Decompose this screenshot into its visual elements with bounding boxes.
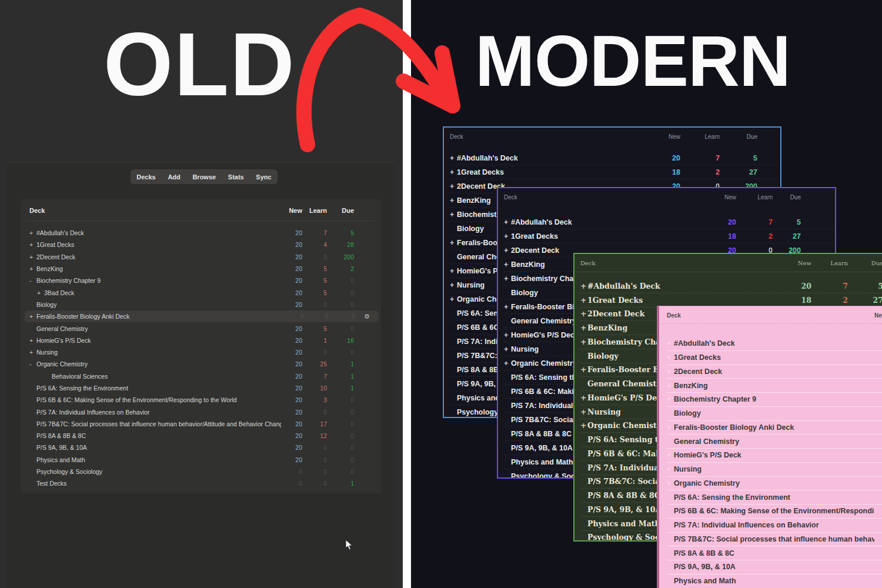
- gear-icon[interactable]: ⚙: [355, 313, 379, 320]
- expand-toggle-icon[interactable]: +: [450, 211, 457, 219]
- deck-row[interactable]: P/S 9A, 9B, & 10A: [667, 560, 882, 574]
- expand-toggle-icon[interactable]: +: [450, 168, 457, 176]
- expand-toggle-icon[interactable]: +: [580, 365, 587, 374]
- deck-row[interactable]: +BenzKing2052: [29, 263, 377, 275]
- deck-row[interactable]: +#Abdullah's Deck2075: [29, 227, 377, 239]
- expand-toggle-icon[interactable]: +: [29, 337, 36, 344]
- deck-row[interactable]: Physics and Math2000: [29, 454, 377, 466]
- expand-toggle-icon[interactable]: +: [504, 275, 511, 283]
- toolbar-tab-browse[interactable]: Browse: [192, 173, 216, 181]
- expand-toggle-icon[interactable]: +: [580, 323, 587, 332]
- deck-row[interactable]: +BenzKing: [667, 379, 882, 393]
- deck-row[interactable]: +1Great Decks18227: [504, 229, 835, 243]
- deck-row[interactable]: P/S 6A: Sensing the Environment: [667, 490, 882, 505]
- deck-row[interactable]: +#Abdullah's Deck2075: [667, 337, 882, 351]
- deck-row[interactable]: +1Great Decks20428: [29, 239, 377, 250]
- deck-row[interactable]: P/S 7B&7C: Social processes that influen…: [667, 533, 882, 547]
- deck-row[interactable]: +2Decent Deck200200: [667, 365, 882, 379]
- expand-toggle-icon[interactable]: +: [580, 296, 587, 305]
- deck-row[interactable]: Behavioral Sciences2071: [29, 370, 377, 382]
- deck-row[interactable]: +Feralis-Booster Biology Anki Deck000⚙: [25, 310, 379, 322]
- deck-name: Feralis-Booster Biology Anki Deck: [36, 313, 129, 320]
- deck-row[interactable]: +HomieG's P/S Deck20116: [29, 335, 377, 346]
- expand-toggle-icon[interactable]: +: [580, 309, 587, 318]
- expand-toggle-icon[interactable]: +: [450, 295, 457, 303]
- deck-row[interactable]: P/S 8A & 8B & 8C: [667, 546, 882, 560]
- deck-row[interactable]: +2Decent Deck200200: [29, 251, 377, 263]
- deck-row[interactable]: P/S 6A: Sensing the Environment20101: [29, 382, 377, 394]
- expand-toggle-icon[interactable]: +: [29, 349, 36, 356]
- expand-toggle-icon[interactable]: -: [29, 360, 36, 368]
- expand-toggle-icon[interactable]: +: [450, 267, 457, 275]
- deck-row[interactable]: +Organic Chemistry: [667, 477, 882, 491]
- deck-row[interactable]: P/S 7A: Individual Influences on Behavio…: [29, 406, 377, 417]
- expand-toggle-icon[interactable]: +: [450, 182, 457, 191]
- expand-toggle-icon[interactable]: +: [29, 253, 36, 260]
- deck-row[interactable]: P/S 6B & 6C: Making Sense of the Environ…: [667, 505, 882, 519]
- expand-toggle-icon[interactable]: +: [580, 407, 587, 416]
- expand-toggle-icon[interactable]: +: [580, 282, 587, 290]
- toolbar-tab-decks[interactable]: Decks: [136, 173, 155, 181]
- toolbar-tab-sync[interactable]: Sync: [256, 173, 271, 181]
- expand-toggle-icon[interactable]: +: [504, 246, 511, 255]
- deck-row[interactable]: Psychology & Sociology000: [29, 466, 377, 477]
- deck-row[interactable]: General Chemistry: [667, 435, 882, 449]
- expand-toggle-icon[interactable]: +: [450, 239, 457, 247]
- deck-row[interactable]: General Chemistry2050: [29, 322, 377, 334]
- expand-toggle-icon[interactable]: +: [450, 154, 457, 162]
- expand-toggle-icon[interactable]: +: [667, 368, 674, 376]
- expand-toggle-icon[interactable]: +: [667, 382, 674, 390]
- deck-row[interactable]: P/S 6B & 6C: Making Sense of the Environ…: [29, 394, 377, 406]
- deck-row[interactable]: P/S 7B&7C: Social processes that influen…: [29, 418, 377, 430]
- deck-row[interactable]: P/S 9A, 9B, & 10A2000: [29, 442, 377, 453]
- deck-row[interactable]: +Nursing: [667, 463, 882, 477]
- expand-toggle-icon[interactable]: +: [580, 338, 587, 346]
- expand-toggle-icon[interactable]: +: [504, 232, 511, 240]
- expand-toggle-icon[interactable]: +: [450, 281, 457, 289]
- expand-toggle-icon[interactable]: -: [29, 277, 36, 284]
- expand-toggle-icon[interactable]: +: [29, 229, 36, 236]
- toolbar-tab-stats[interactable]: Stats: [228, 173, 244, 181]
- count-due: 27: [720, 168, 757, 176]
- deck-row[interactable]: +Biochemistry Chapter 9: [667, 393, 882, 407]
- expand-toggle-icon[interactable]: +: [504, 359, 511, 368]
- deck-row[interactable]: Biology: [667, 407, 882, 421]
- expand-toggle-icon[interactable]: +: [504, 345, 511, 353]
- deck-row[interactable]: P/S 8A & 8B & 8C20120: [29, 430, 377, 442]
- toolbar-tab-add[interactable]: Add: [168, 173, 180, 181]
- deck-row[interactable]: +Feralis-Booster Biology Anki Deck: [667, 421, 882, 435]
- expand-toggle-icon[interactable]: +: [667, 339, 674, 348]
- expand-toggle-icon[interactable]: +: [504, 260, 511, 269]
- expand-toggle-icon[interactable]: +: [29, 265, 36, 272]
- deck-row[interactable]: +#Abdullah's Deck2075: [580, 279, 882, 293]
- deck-row[interactable]: P/S 7A: Individual Influences on Behavio…: [667, 519, 882, 533]
- deck-row[interactable]: Physics and Math: [667, 574, 882, 588]
- deck-row[interactable]: Biology2000: [29, 299, 377, 310]
- deck-row[interactable]: +1Great Decks18227: [580, 293, 882, 308]
- expand-toggle-icon[interactable]: +: [580, 393, 587, 402]
- expand-toggle-icon[interactable]: +: [667, 423, 674, 432]
- expand-toggle-icon[interactable]: +: [504, 331, 511, 339]
- expand-toggle-icon[interactable]: +: [450, 196, 457, 205]
- expand-toggle-icon[interactable]: +: [667, 353, 674, 362]
- expand-toggle-icon[interactable]: +: [667, 465, 674, 473]
- expand-toggle-icon[interactable]: +: [504, 303, 511, 311]
- expand-toggle-icon[interactable]: +: [667, 395, 674, 403]
- expand-toggle-icon[interactable]: +: [667, 479, 674, 487]
- deck-row[interactable]: +#Abdullah's Deck2075: [504, 215, 835, 229]
- deck-row[interactable]: +1Great Decks18227: [450, 165, 780, 179]
- expand-toggle-icon[interactable]: +: [37, 289, 44, 296]
- deck-row[interactable]: +1Great Decks18227: [667, 351, 882, 365]
- expand-toggle-icon[interactable]: +: [29, 241, 36, 248]
- expand-toggle-icon[interactable]: +: [504, 218, 511, 226]
- deck-row[interactable]: -Biochemistry Chapter 92050: [29, 275, 377, 286]
- deck-row[interactable]: +HomieG's P/S Deck: [667, 449, 882, 463]
- deck-row[interactable]: +Nursing2000: [29, 346, 377, 358]
- deck-row[interactable]: -Organic Chemistry20251: [29, 358, 377, 370]
- expand-toggle-icon[interactable]: +: [580, 421, 587, 430]
- expand-toggle-icon[interactable]: +: [667, 451, 674, 459]
- deck-row[interactable]: Test Decks001: [29, 477, 377, 489]
- deck-row[interactable]: +3Bad Deck2050: [29, 286, 377, 298]
- deck-row[interactable]: +#Abdullah's Deck2075: [450, 151, 780, 165]
- expand-toggle-icon[interactable]: +: [29, 313, 36, 320]
